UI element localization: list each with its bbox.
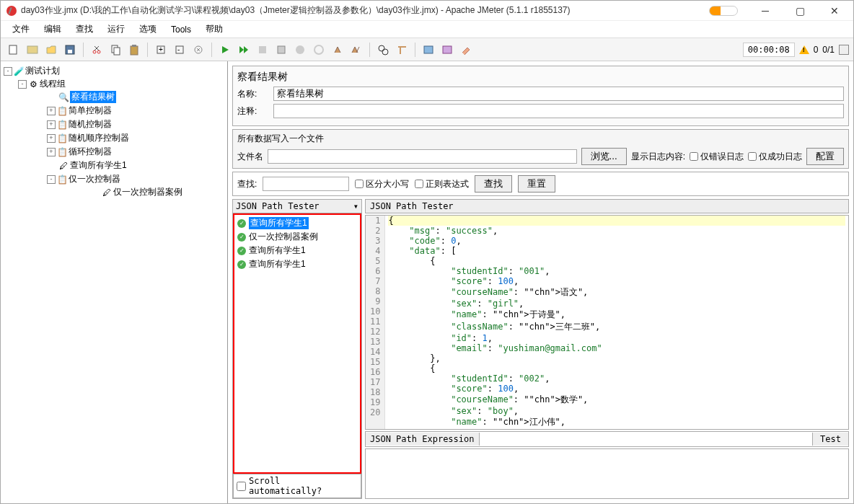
start-icon[interactable] [216, 41, 234, 58]
function-helper-icon[interactable] [420, 41, 437, 58]
json-response-area[interactable]: 1234567891011121314151617181920 { "msg":… [365, 215, 849, 430]
tree-loop-ctrl[interactable]: +📋循环控制器 [47, 146, 224, 158]
name-label: 名称: [237, 88, 273, 100]
tree-query-all[interactable]: 🖊查询所有学生1 [47, 159, 224, 172]
new-icon[interactable] [5, 41, 22, 58]
tree-toggle-icon[interactable]: - [18, 80, 27, 89]
result-item[interactable]: ✓仅一次控制器案例 [236, 230, 358, 244]
svg-point-5 [97, 50, 100, 53]
open-icon[interactable] [43, 41, 60, 58]
reset-button[interactable]: 重置 [518, 175, 555, 193]
progress-pill [709, 6, 738, 16]
tree-toggle-icon[interactable]: + [47, 107, 56, 115]
templates-icon[interactable] [24, 41, 41, 58]
error-only-checkbox[interactable]: 仅错误日志 [690, 151, 744, 163]
svg-point-4 [93, 50, 96, 53]
sampler-icon: 🖊 [58, 161, 69, 171]
panel-title: 察看结果树 [237, 71, 844, 84]
window-title: day03作业.jmx (D:\我的工作\自动化测试学习\课程视频\day03（… [21, 4, 709, 17]
renderer-dropdown[interactable]: JSON Path Tester▾ [233, 200, 361, 213]
minimize-button[interactable]: ─ [752, 4, 778, 18]
search-label: 查找: [237, 178, 257, 190]
tree-random-order-ctrl[interactable]: +📋随机顺序控制器 [47, 132, 224, 144]
svg-point-20 [382, 49, 388, 55]
test-plan-tree[interactable]: - 🧪 测试计划 - ⚙ 线程组 🔍察看结果树 [1, 61, 228, 503]
tree-toggle-icon[interactable]: + [47, 120, 56, 129]
tree-toggle-icon[interactable]: - [47, 175, 56, 184]
configure-button[interactable]: 配置 [806, 148, 844, 165]
copy-icon[interactable] [107, 41, 124, 58]
paste-icon[interactable] [126, 41, 143, 58]
wrench-icon[interactable] [457, 41, 475, 58]
svg-rect-8 [131, 46, 138, 55]
search-input[interactable] [263, 177, 349, 191]
clear-all-icon[interactable] [348, 41, 365, 58]
svg-text:+: + [159, 45, 163, 53]
search-icon[interactable] [374, 41, 392, 58]
collapse-icon[interactable]: - [171, 41, 188, 58]
tree-toggle-icon[interactable]: + [47, 134, 56, 143]
success-only-checkbox[interactable]: 仅成功日志 [748, 151, 802, 163]
name-input[interactable] [273, 87, 844, 101]
reset-search-icon[interactable] [393, 41, 410, 58]
menu-run[interactable]: 运行 [102, 22, 131, 37]
tree-once-only[interactable]: -📋仅一次控制器 [47, 173, 224, 185]
scroll-auto-checkbox[interactable] [237, 482, 246, 491]
json-path-result [365, 448, 849, 499]
show-log-label: 显示日志内容: [631, 151, 685, 163]
comment-input[interactable] [273, 104, 844, 118]
json-path-input[interactable] [480, 432, 813, 446]
menu-help[interactable]: 帮助 [200, 22, 229, 37]
svg-rect-16 [278, 46, 285, 53]
timer-display: 00:00:08 [743, 43, 795, 57]
success-icon: ✓ [237, 219, 246, 228]
save-icon[interactable] [61, 41, 79, 58]
remote-stop-icon[interactable] [310, 41, 327, 58]
menu-edit[interactable]: 编辑 [38, 22, 67, 37]
tree-once-only-case[interactable]: 🖊仅一次控制器案例 [90, 186, 224, 198]
errors-count: 0 [814, 45, 819, 55]
search-row: 查找: 区分大小写 正则表达式 查找 重置 [232, 172, 849, 196]
shutdown-icon[interactable] [273, 41, 290, 58]
menu-find[interactable]: 查找 [70, 22, 99, 37]
svg-point-18 [314, 45, 323, 54]
result-item[interactable]: ✓查询所有学生1 [236, 216, 358, 230]
case-sensitive-checkbox[interactable]: 区分大小写 [355, 178, 409, 190]
close-button[interactable]: ✕ [822, 4, 848, 18]
start-noTimers-icon[interactable] [235, 41, 252, 58]
menu-tools[interactable]: Tools [165, 23, 197, 36]
expand-icon[interactable]: + [152, 41, 170, 58]
menu-options[interactable]: 选项 [133, 22, 162, 37]
browse-button[interactable]: 浏览... [581, 148, 627, 165]
results-icon: 🔍 [58, 92, 69, 102]
result-item[interactable]: ✓查询所有学生1 [236, 244, 358, 257]
help-icon[interactable] [439, 41, 456, 58]
panel-header: 察看结果树 名称: 注释: [232, 66, 849, 126]
tree-toggle-icon[interactable]: - [4, 67, 12, 76]
controller-icon: 📋 [57, 174, 67, 185]
menu-file[interactable]: 文件 [6, 22, 35, 37]
tree-thread-group[interactable]: - ⚙ 线程组 [18, 78, 224, 90]
tree-random-ctrl[interactable]: +📋随机控制器 [47, 118, 224, 131]
scroll-auto-label: Scroll automatically? [249, 476, 358, 496]
remote-start-icon[interactable] [291, 41, 309, 58]
comment-label: 注释: [237, 105, 273, 118]
tree-view-results[interactable]: 🔍察看结果树 [47, 91, 224, 103]
tree-simple-ctrl[interactable]: +📋简单控制器 [47, 105, 224, 117]
filename-input[interactable] [268, 149, 577, 164]
svg-rect-22 [443, 46, 452, 53]
controller-icon: 📋 [57, 147, 67, 157]
stop-icon[interactable] [254, 41, 271, 58]
toolbar: + - 00:00:08 0 0/1 [1, 38, 853, 61]
tree-toggle-icon[interactable]: + [47, 148, 56, 156]
controller-icon: 📋 [57, 133, 67, 143]
cut-icon[interactable] [88, 41, 105, 58]
regex-checkbox[interactable]: 正则表达式 [415, 178, 469, 190]
toggle-icon[interactable] [190, 41, 207, 58]
result-item[interactable]: ✓查询所有学生1 [236, 257, 358, 271]
search-button[interactable]: 查找 [475, 175, 512, 193]
test-button[interactable]: Test [812, 433, 848, 446]
clear-icon[interactable] [329, 41, 346, 58]
maximize-button[interactable]: ▢ [787, 4, 813, 18]
tree-root[interactable]: - 🧪 测试计划 [4, 65, 224, 77]
